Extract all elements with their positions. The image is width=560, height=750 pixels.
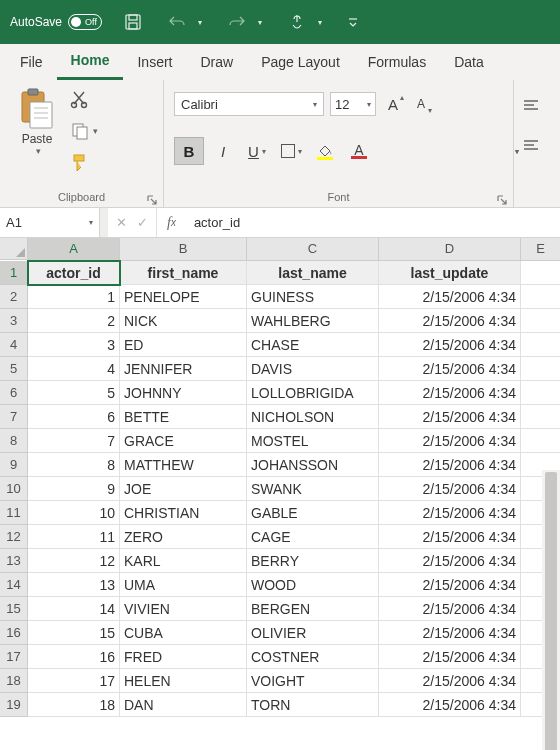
cell-B19[interactable]: DAN xyxy=(120,693,247,717)
row-header-18[interactable]: 18 xyxy=(0,669,28,693)
undo-dropdown[interactable]: ▾ xyxy=(198,18,202,27)
cell-C5[interactable]: DAVIS xyxy=(247,357,379,381)
cell-C19[interactable]: TORN xyxy=(247,693,379,717)
save-icon[interactable] xyxy=(124,13,142,31)
cell-D2[interactable]: 2/15/2006 4:34 xyxy=(379,285,521,309)
cell-A1[interactable]: actor_id xyxy=(28,261,120,285)
tab-draw[interactable]: Draw xyxy=(186,44,247,80)
cell-B3[interactable]: NICK xyxy=(120,309,247,333)
row-header-6[interactable]: 6 xyxy=(0,381,28,405)
cell-A5[interactable]: 4 xyxy=(28,357,120,381)
cell-D11[interactable]: 2/15/2006 4:34 xyxy=(379,501,521,525)
row-header-5[interactable]: 5 xyxy=(0,357,28,381)
italic-button[interactable]: I xyxy=(208,137,238,165)
column-header-D[interactable]: D xyxy=(379,238,521,261)
column-header-B[interactable]: B xyxy=(120,238,247,261)
row-header-11[interactable]: 11 xyxy=(0,501,28,525)
font-color-button[interactable]: A ▾ xyxy=(344,137,374,165)
cell-D15[interactable]: 2/15/2006 4:34 xyxy=(379,597,521,621)
cell-B18[interactable]: HELEN xyxy=(120,669,247,693)
cell-C4[interactable]: CHASE xyxy=(247,333,379,357)
cell-C15[interactable]: BERGEN xyxy=(247,597,379,621)
redo-icon[interactable] xyxy=(228,13,246,31)
cell-A15[interactable]: 14 xyxy=(28,597,120,621)
cell-D19[interactable]: 2/15/2006 4:34 xyxy=(379,693,521,717)
tab-insert[interactable]: Insert xyxy=(123,44,186,80)
cell-E6[interactable] xyxy=(521,381,560,405)
touch-mode-icon[interactable] xyxy=(288,13,306,31)
cell-E7[interactable] xyxy=(521,405,560,429)
select-all-corner[interactable] xyxy=(0,238,28,260)
cell-A4[interactable]: 3 xyxy=(28,333,120,357)
row-header-17[interactable]: 17 xyxy=(0,645,28,669)
cell-E3[interactable] xyxy=(521,309,560,333)
formula-input[interactable]: actor_id xyxy=(186,208,560,237)
cell-A17[interactable]: 16 xyxy=(28,645,120,669)
spreadsheet-grid[interactable]: ABCDE1actor_idfirst_namelast_namelast_up… xyxy=(0,238,560,750)
cell-D6[interactable]: 2/15/2006 4:34 xyxy=(379,381,521,405)
cell-B9[interactable]: MATTHEW xyxy=(120,453,247,477)
clipboard-launcher[interactable] xyxy=(147,192,157,202)
fx-icon[interactable]: fx xyxy=(157,208,186,237)
format-painter-button[interactable] xyxy=(70,152,98,174)
cell-B6[interactable]: JOHNNY xyxy=(120,381,247,405)
fill-color-button[interactable]: ▾ xyxy=(310,137,340,165)
paste-button[interactable]: Paste ▾ xyxy=(10,86,64,182)
row-header-3[interactable]: 3 xyxy=(0,309,28,333)
cell-B12[interactable]: ZERO xyxy=(120,525,247,549)
cell-D10[interactable]: 2/15/2006 4:34 xyxy=(379,477,521,501)
redo-dropdown[interactable]: ▾ xyxy=(258,18,262,27)
cell-B14[interactable]: UMA xyxy=(120,573,247,597)
align-top-button[interactable] xyxy=(524,100,550,110)
cell-A2[interactable]: 1 xyxy=(28,285,120,309)
cell-C1[interactable]: last_name xyxy=(247,261,379,285)
row-header-8[interactable]: 8 xyxy=(0,429,28,453)
tab-formulas[interactable]: Formulas xyxy=(354,44,440,80)
cell-A19[interactable]: 18 xyxy=(28,693,120,717)
cell-C9[interactable]: JOHANSSON xyxy=(247,453,379,477)
touch-dropdown[interactable]: ▾ xyxy=(318,18,322,27)
cell-A13[interactable]: 12 xyxy=(28,549,120,573)
cell-A9[interactable]: 8 xyxy=(28,453,120,477)
cell-C17[interactable]: COSTNER xyxy=(247,645,379,669)
column-header-E[interactable]: E xyxy=(521,238,560,261)
cell-C3[interactable]: WAHLBERG xyxy=(247,309,379,333)
cell-C16[interactable]: OLIVIER xyxy=(247,621,379,645)
increase-font-button[interactable]: A▴ xyxy=(382,93,404,115)
cell-A7[interactable]: 6 xyxy=(28,405,120,429)
cell-B16[interactable]: CUBA xyxy=(120,621,247,645)
cell-B13[interactable]: KARL xyxy=(120,549,247,573)
cell-D4[interactable]: 2/15/2006 4:34 xyxy=(379,333,521,357)
cell-B4[interactable]: ED xyxy=(120,333,247,357)
cell-D18[interactable]: 2/15/2006 4:34 xyxy=(379,669,521,693)
customize-qat-icon[interactable] xyxy=(348,13,358,31)
cell-B1[interactable]: first_name xyxy=(120,261,247,285)
row-header-2[interactable]: 2 xyxy=(0,285,28,309)
undo-icon[interactable] xyxy=(168,13,186,31)
cell-D9[interactable]: 2/15/2006 4:34 xyxy=(379,453,521,477)
cell-C2[interactable]: GUINESS xyxy=(247,285,379,309)
cell-A11[interactable]: 10 xyxy=(28,501,120,525)
cell-D14[interactable]: 2/15/2006 4:34 xyxy=(379,573,521,597)
align-left-button[interactable] xyxy=(524,140,550,150)
border-button[interactable]: ▾ xyxy=(276,137,306,165)
paste-dropdown[interactable]: ▾ xyxy=(36,146,41,156)
row-header-15[interactable]: 15 xyxy=(0,597,28,621)
autosave-toggle[interactable]: AutoSave Off xyxy=(10,14,102,30)
cell-C14[interactable]: WOOD xyxy=(247,573,379,597)
scrollbar-thumb[interactable] xyxy=(545,472,557,750)
row-header-14[interactable]: 14 xyxy=(0,573,28,597)
decrease-font-button[interactable]: A▾ xyxy=(410,93,432,115)
font-size-select[interactable]: 12 ▾ xyxy=(330,92,376,116)
tab-file[interactable]: File xyxy=(6,44,57,80)
copy-dropdown[interactable]: ▾ xyxy=(93,126,98,136)
cell-A14[interactable]: 13 xyxy=(28,573,120,597)
cell-C12[interactable]: CAGE xyxy=(247,525,379,549)
vertical-scrollbar[interactable] xyxy=(542,470,560,750)
cell-E5[interactable] xyxy=(521,357,560,381)
cell-D16[interactable]: 2/15/2006 4:34 xyxy=(379,621,521,645)
bold-button[interactable]: B xyxy=(174,137,204,165)
cell-A16[interactable]: 15 xyxy=(28,621,120,645)
cell-A8[interactable]: 7 xyxy=(28,429,120,453)
cell-C7[interactable]: NICHOLSON xyxy=(247,405,379,429)
